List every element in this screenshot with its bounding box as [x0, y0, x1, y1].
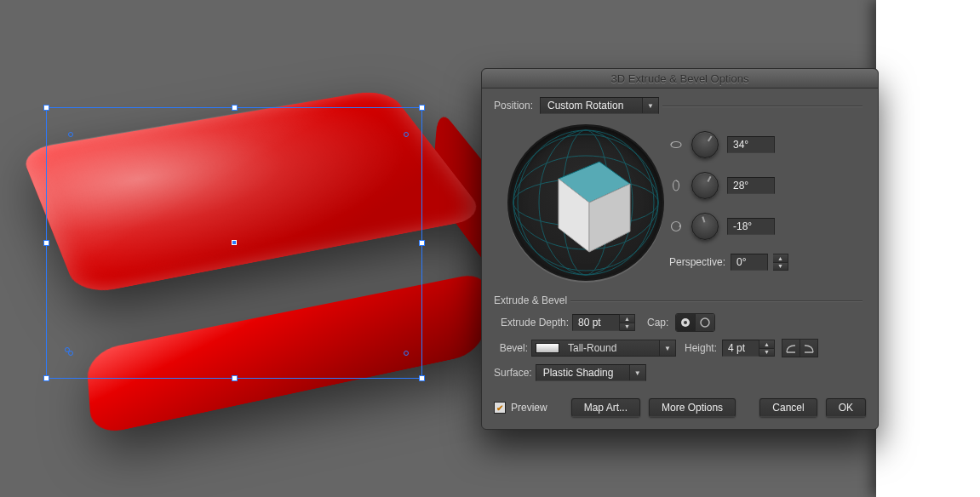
path-corner-anchor[interactable] [65, 347, 70, 352]
extrude-depth-stepper[interactable]: ▲▼ [620, 314, 635, 331]
cap-label: Cap: [647, 317, 668, 328]
perspective-input[interactable]: 0° [731, 254, 768, 271]
bevel-value: Tall-Round [568, 342, 616, 354]
separator [570, 300, 863, 301]
rotate-z-icon [669, 220, 683, 233]
dialog-title: 3D Extrude & Bevel Options [611, 72, 749, 85]
resize-handle-sw[interactable] [43, 375, 49, 381]
bevel-height-stepper[interactable]: ▲▼ [759, 340, 775, 357]
extrude-depth-input[interactable]: 80 pt [572, 314, 620, 331]
chevron-down-icon: ▼ [659, 340, 675, 356]
surface-value: Plastic Shading [543, 367, 614, 379]
perspective-label: Perspective: [669, 256, 725, 268]
bevel-label: Bevel: [494, 342, 528, 354]
artboard[interactable]: 3D Extrude & Bevel Options Position: Cus… [0, 0, 876, 497]
surface-select[interactable]: Plastic Shading ▼ [536, 364, 646, 381]
position-label: Position: [494, 100, 540, 111]
bevel-select[interactable]: Tall-Round ▼ [531, 340, 676, 357]
cap-off-button[interactable] [695, 314, 714, 331]
preview-checkbox[interactable]: ✔ [494, 402, 506, 414]
path-corner-anchor[interactable] [404, 351, 409, 356]
selection-center[interactable] [232, 240, 237, 245]
cancel-button[interactable]: Cancel [759, 398, 817, 417]
rotation-trackball[interactable] [507, 124, 664, 281]
chevron-down-icon: ▼ [642, 98, 658, 113]
ok-button[interactable]: OK [826, 398, 866, 417]
dialog-3d-extrude-bevel-options: 3D Extrude & Bevel Options Position: Cus… [481, 68, 879, 430]
bevel-extent-out-button[interactable] [782, 339, 800, 357]
separator [662, 106, 863, 106]
rotate-z-input[interactable]: -18° [727, 218, 775, 235]
bevel-height-label: Height: [685, 342, 717, 354]
more-options-button[interactable]: More Options [649, 398, 736, 417]
page-edge [876, 0, 980, 497]
svg-point-14 [701, 318, 709, 327]
resize-handle-s[interactable] [232, 375, 238, 381]
extrude-bevel-group-label: Extrude & Bevel [494, 294, 567, 306]
rotate-y-dial[interactable] [691, 172, 719, 199]
path-corner-anchor[interactable] [68, 132, 73, 137]
rotate-x-dial[interactable] [691, 131, 719, 158]
rotate-x-icon [669, 138, 683, 151]
resize-handle-w[interactable] [43, 240, 49, 246]
chevron-down-icon: ▼ [629, 365, 645, 380]
resize-handle-nw[interactable] [43, 105, 49, 111]
svg-point-13 [684, 321, 687, 324]
surface-label: Surface: [494, 367, 532, 379]
rotate-x-input[interactable]: 34° [727, 136, 775, 153]
rotate-y-input[interactable]: 28° [727, 177, 775, 194]
bevel-height-input[interactable]: 4 pt [722, 340, 759, 357]
preview-label: Preview [511, 402, 547, 414]
position-value: Custom Rotation [547, 100, 623, 111]
rotation-preview-cube [538, 150, 640, 260]
resize-handle-se[interactable] [419, 375, 425, 381]
bevel-extent-in-button[interactable] [800, 339, 818, 357]
dialog-titlebar[interactable]: 3D Extrude & Bevel Options [482, 69, 878, 89]
cap-on-button[interactable] [676, 314, 695, 331]
map-art-button[interactable]: Map Art... [571, 398, 640, 417]
rotate-z-dial[interactable] [691, 213, 719, 240]
extrude-depth-label: Extrude Depth: [494, 317, 569, 328]
rotate-y-icon [669, 179, 683, 192]
bevel-preview-swatch [536, 343, 559, 353]
selection-bounds[interactable] [46, 107, 422, 379]
resize-handle-ne[interactable] [419, 105, 425, 111]
resize-handle-e[interactable] [419, 240, 425, 246]
cap-toggle-group [675, 313, 715, 332]
position-select[interactable]: Custom Rotation ▼ [540, 97, 659, 114]
perspective-stepper[interactable]: ▲▼ [773, 254, 788, 271]
resize-handle-n[interactable] [232, 105, 238, 111]
path-corner-anchor[interactable] [404, 132, 409, 137]
